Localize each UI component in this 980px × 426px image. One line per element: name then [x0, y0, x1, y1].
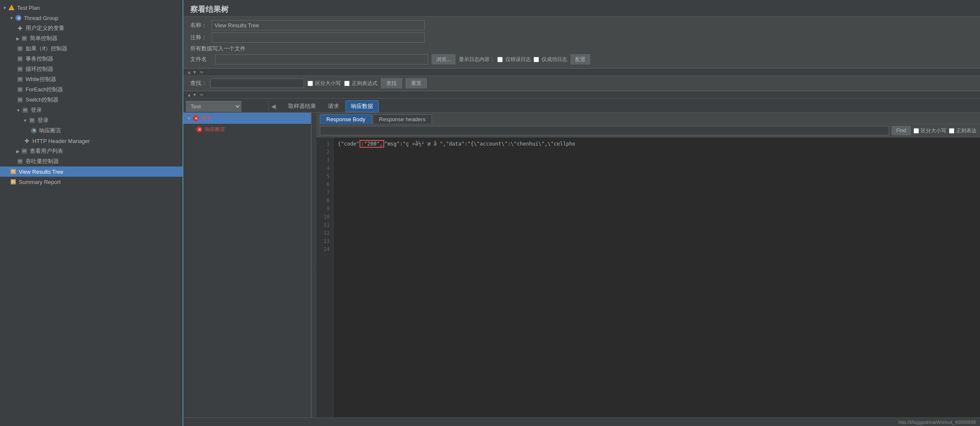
tree-item-trans-ctrl[interactable]: 事务控制器 [0, 54, 183, 64]
search-input[interactable] [210, 79, 304, 88]
browse-button[interactable]: 浏览... [432, 54, 455, 64]
label-if-ctrl: 如果（If）控制器 [26, 45, 67, 53]
tree-item-thread-group[interactable]: ▼⚙Thread Group [0, 13, 183, 23]
response-case-checkbox[interactable] [913, 128, 919, 134]
divider-up-arrow[interactable]: ▲ [187, 70, 191, 75]
search-label: 查找： [190, 79, 207, 87]
arrow-simple-ctrl[interactable]: ▶ [16, 36, 20, 41]
code-after: "msg":"ç »å½² æ å ","data":"{\"account\"… [384, 141, 575, 147]
response-regex-checkbox[interactable] [949, 128, 954, 134]
form-area: 名称： 注释： 所有数据写入一个文件 文件名 浏览... 显示日志内容： 仅错误… [183, 17, 980, 68]
tree-item-user-vars[interactable]: 用户定义的变量 [0, 23, 183, 33]
tree-item-foreach-ctrl[interactable]: ForEach控制器 [0, 85, 183, 95]
icon-response-assert: 🔍 [30, 127, 38, 134]
case-sensitive-checkbox[interactable] [307, 81, 313, 86]
svg-text:✕: ✕ [194, 116, 198, 121]
result-item-request-item[interactable]: ▼ ✕登求 [183, 113, 311, 124]
response-tab-response-headers[interactable]: Response headers [373, 114, 432, 124]
tab-request[interactable]: 请求 [322, 100, 345, 112]
icon-throughput-ctrl [16, 158, 24, 165]
format-select[interactable]: TextRegExp TesterCSS/JQuery TesterXPath … [186, 101, 241, 112]
tree-item-login-group[interactable]: ▼登录 [0, 105, 183, 115]
icon-test-plan: ! [8, 4, 15, 12]
label-switch-ctrl: Switch控制器 [26, 96, 58, 104]
comment-input[interactable] [212, 32, 425, 43]
icon-view-results-tree [9, 168, 17, 175]
arrow-login[interactable]: ▼ [23, 118, 27, 123]
error-log-checkbox[interactable] [497, 57, 503, 62]
arrow-login-group[interactable]: ▼ [16, 108, 20, 113]
response-search: Find 区分大小写 正则表达 [316, 124, 980, 137]
arrow-view-user-list[interactable]: ▶ [16, 149, 20, 154]
line-number-3: 3 [320, 156, 330, 164]
success-log-checkbox[interactable] [533, 57, 539, 62]
format-tabs-row: TextRegExp TesterCSS/JQuery TesterXPath … [183, 99, 980, 113]
split-arrow[interactable]: ◀ [269, 101, 278, 111]
tree-item-response-assert[interactable]: 🔍响应断言 [0, 125, 183, 136]
line-numbers: 1234567891011121314 [316, 137, 333, 417]
divider-up-arrow-2[interactable]: ▲ [187, 92, 191, 97]
tab-response-data[interactable]: 响应数据 [345, 100, 379, 112]
icon-loop-ctrl [16, 65, 24, 73]
result-icon-assert-item: ✕ [195, 125, 203, 133]
tree-item-if-ctrl[interactable]: 如果（If）控制器 [0, 44, 183, 54]
tree-item-test-plan[interactable]: ▼!Test Plan [0, 3, 183, 13]
label-simple-ctrl: 简单控制器 [30, 35, 58, 42]
line-number-10: 10 [320, 213, 330, 221]
svg-rect-46 [11, 179, 16, 184]
sampler-tabs: 取样器结果请求响应数据 [278, 100, 980, 112]
tab-sampler-results[interactable]: 取样器结果 [283, 100, 322, 112]
regex-checkbox[interactable] [344, 81, 350, 86]
divider-down-arrow-2[interactable]: ▼ [192, 92, 197, 97]
search-find-button[interactable]: 查找 [381, 78, 402, 88]
response-line-12 [338, 230, 976, 238]
filename-input[interactable] [215, 54, 428, 64]
svg-rect-9 [17, 46, 23, 51]
response-tab-response-body[interactable]: Response Body [320, 114, 372, 124]
arrow-thread-group[interactable]: ▼ [9, 16, 14, 20]
label-response-assert: 响应断言 [39, 127, 61, 134]
label-foreach-ctrl: ForEach控制器 [26, 86, 63, 93]
tree-item-throughput-ctrl[interactable]: 吞吐量控制器 [0, 156, 183, 166]
response-find-button[interactable]: Find [892, 126, 911, 135]
drag-handle[interactable]: ⋮ [311, 113, 316, 417]
divider-dots-1: ≫ [200, 70, 203, 74]
divider-down-arrow[interactable]: ▼ [192, 70, 197, 75]
line-number-11: 11 [320, 221, 330, 229]
response-line-4 [338, 165, 976, 173]
tree-item-switch-ctrl[interactable]: Switch控制器 [0, 95, 183, 105]
response-content[interactable]: {"code":"200","msg":"ç »å½² æ å ","data"… [333, 137, 980, 417]
config-button[interactable]: 配置 [571, 54, 590, 64]
tree-item-login[interactable]: ▼登录 [0, 115, 183, 125]
icon-if-ctrl [16, 45, 24, 53]
search-reset-button[interactable]: 重置 [406, 78, 427, 88]
svg-text:⚙: ⚙ [17, 16, 20, 20]
response-body-area: 1234567891011121314 {"code":"200","msg":… [316, 137, 980, 417]
svg-rect-40 [17, 159, 23, 164]
response-line-11 [338, 222, 976, 230]
result-item-assert-item[interactable]: ✕响应断言 [183, 124, 311, 135]
label-view-user-list: 查看用户列表 [30, 147, 63, 155]
tree-item-view-user-list[interactable]: ▶查看用户列表 [0, 146, 183, 156]
response-search-input[interactable] [320, 126, 889, 135]
label-throughput-ctrl: 吞吐量控制器 [26, 158, 59, 165]
arrow-test-plan[interactable]: ▼ [3, 6, 7, 10]
svg-rect-21 [17, 87, 23, 92]
tree-item-loop-ctrl[interactable]: 循环控制器 [0, 64, 183, 74]
name-input[interactable] [212, 20, 425, 30]
tree-item-view-results-tree[interactable]: View Results Tree [0, 166, 183, 177]
svg-rect-6 [22, 36, 27, 41]
response-regex-group: 正则表达 [949, 127, 977, 134]
tree-item-while-ctrl[interactable]: While控制器 [0, 74, 183, 85]
tree-item-simple-ctrl[interactable]: ▶简单控制器 [0, 33, 183, 44]
svg-text:🔍: 🔍 [32, 128, 37, 134]
response-panel: Response BodyResponse headers Find 区分大小写… [316, 113, 980, 417]
case-sensitive-group: 区分大小写 [307, 80, 341, 87]
icon-http-header [23, 137, 31, 145]
tree-item-summary-report[interactable]: Summary Report [0, 177, 183, 187]
response-line-9 [338, 206, 976, 214]
tree-item-http-header[interactable]: HTTP Header Manager [0, 136, 183, 146]
line-number-5: 5 [320, 172, 330, 181]
divider-bar-1: ▲ ▼ ≫ [183, 68, 980, 76]
code-highlighted: :"200", [360, 140, 385, 148]
